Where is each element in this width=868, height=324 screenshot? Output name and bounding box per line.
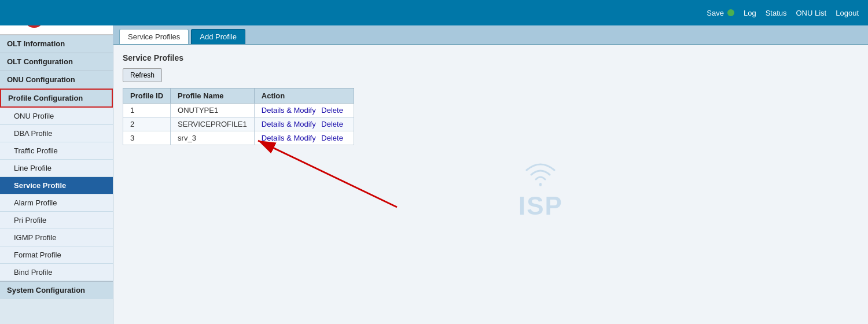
- details-modify-link-1[interactable]: Details & Modify: [262, 106, 316, 115]
- table-row: 2 SERVICEPROFILE1 Details & Modify Delet…: [123, 117, 354, 131]
- header: Save Log Status ONU List Logout: [0, 0, 868, 25]
- wifi-icon: [523, 161, 558, 190]
- profile-name-1: ONUTYPE1: [171, 104, 255, 117]
- profile-id-2: 2: [123, 117, 171, 131]
- save-label: Save: [707, 9, 724, 17]
- table-row: 1 ONUTYPE1 Details & Modify Delete: [123, 104, 354, 117]
- isp-text: ISP: [518, 192, 563, 220]
- sidebar-item-traffic-profile[interactable]: Traffic Profile: [0, 142, 113, 160]
- tab-service-profiles[interactable]: Service Profiles: [119, 29, 189, 44]
- status-link[interactable]: Status: [766, 9, 787, 17]
- sidebar-item-system-configuration[interactable]: System Configuration: [0, 281, 113, 299]
- col-header-action: Action: [254, 89, 354, 104]
- action-cell-2: Details & Modify Delete: [254, 117, 354, 131]
- sidebar-item-igmp-profile[interactable]: IGMP Profile: [0, 229, 113, 246]
- svg-line-1: [258, 141, 397, 207]
- sidebar-item-bind-profile[interactable]: Bind Profile: [0, 264, 113, 281]
- logout-link[interactable]: Logout: [836, 9, 859, 17]
- main-content: Service Profiles Add Profile Service Pro…: [113, 25, 868, 324]
- sidebar-item-pri-profile[interactable]: Pri Profile: [0, 212, 113, 229]
- sidebar-item-alarm-profile[interactable]: Alarm Profile: [0, 194, 113, 212]
- delete-link-3[interactable]: Delete: [321, 134, 343, 142]
- status-indicator: [727, 9, 734, 16]
- isp-watermark: ISP: [518, 161, 563, 220]
- sidebar-item-format-profile[interactable]: Format Profile: [0, 246, 113, 264]
- profile-name-2: SERVICEPROFILE1: [171, 117, 255, 131]
- action-cell-3: Details & Modify Delete: [254, 131, 354, 145]
- table-row: 3 srv_3 Details & Modify Delete: [123, 131, 354, 145]
- header-nav: Log Status ONU List Logout: [744, 9, 859, 17]
- sidebar-item-onu-profile[interactable]: ONU Profile: [0, 108, 113, 125]
- sidebar-item-olt-information[interactable]: OLT Information: [0, 35, 113, 53]
- tab-add-profile[interactable]: Add Profile: [191, 29, 245, 44]
- onu-list-link[interactable]: ONU List: [796, 9, 827, 17]
- col-header-profile-name: Profile Name: [171, 89, 255, 104]
- col-header-profile-id: Profile ID: [123, 89, 171, 104]
- content-area: Service Profiles Refresh Profile ID Prof…: [113, 45, 868, 153]
- section-title: Service Profiles: [123, 53, 859, 62]
- profile-id-1: 1: [123, 104, 171, 117]
- sidebar-item-dba-profile[interactable]: DBA Profile: [0, 125, 113, 142]
- details-modify-link-2[interactable]: Details & Modify: [262, 120, 316, 128]
- header-save-area: Save: [707, 9, 734, 17]
- sidebar-item-line-profile[interactable]: Line Profile: [0, 160, 113, 177]
- profile-name-3: srv_3: [171, 131, 255, 145]
- details-modify-link-3[interactable]: Details & Modify: [262, 134, 316, 142]
- delete-link-1[interactable]: Delete: [321, 106, 343, 115]
- sidebar-item-service-profile[interactable]: Service Profile: [0, 177, 113, 194]
- sidebar-item-onu-configuration[interactable]: ONU Configuration: [0, 71, 113, 89]
- sidebar: ◎ V·SOL OLT Information OLT Configuratio…: [0, 0, 113, 324]
- delete-link-2[interactable]: Delete: [321, 120, 343, 128]
- profile-id-3: 3: [123, 131, 171, 145]
- profiles-table: Profile ID Profile Name Action 1 ONUTYPE…: [123, 88, 354, 145]
- action-cell-1: Details & Modify Delete: [254, 104, 354, 117]
- tabs-bar: Service Profiles Add Profile: [113, 25, 868, 45]
- log-link[interactable]: Log: [744, 9, 756, 17]
- refresh-button[interactable]: Refresh: [123, 68, 162, 82]
- sidebar-group-profile-configuration[interactable]: Profile Configuration: [0, 89, 113, 108]
- sidebar-item-olt-configuration[interactable]: OLT Configuration: [0, 53, 113, 71]
